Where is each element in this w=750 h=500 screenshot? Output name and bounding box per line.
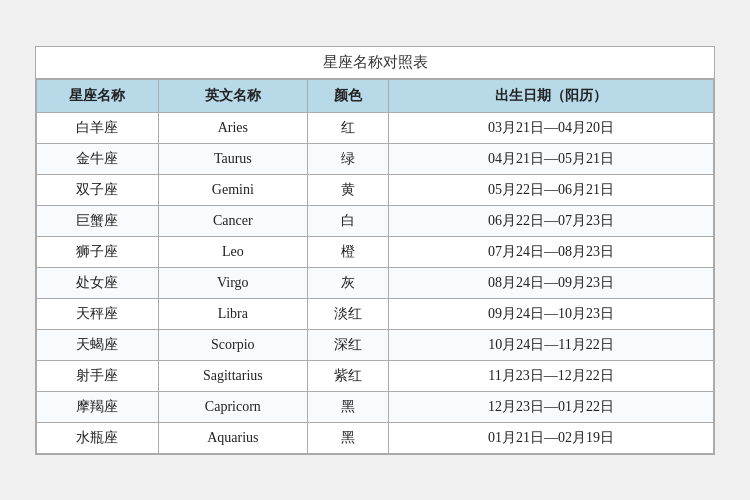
header-date: 出生日期（阳历） xyxy=(389,79,714,112)
cell-chinese-name: 天蝎座 xyxy=(37,329,159,360)
cell-chinese-name: 天秤座 xyxy=(37,298,159,329)
table-header-row: 星座名称 英文名称 颜色 出生日期（阳历） xyxy=(37,79,714,112)
cell-english-name: Leo xyxy=(158,236,307,267)
cell-color: 黑 xyxy=(307,391,388,422)
cell-color: 紫红 xyxy=(307,360,388,391)
cell-date: 10月24日—11月22日 xyxy=(389,329,714,360)
cell-date: 04月21日—05月21日 xyxy=(389,143,714,174)
cell-english-name: Aquarius xyxy=(158,422,307,453)
cell-english-name: Cancer xyxy=(158,205,307,236)
cell-english-name: Sagittarius xyxy=(158,360,307,391)
cell-date: 11月23日—12月22日 xyxy=(389,360,714,391)
cell-color: 黄 xyxy=(307,174,388,205)
table-row: 巨蟹座Cancer白06月22日—07月23日 xyxy=(37,205,714,236)
cell-english-name: Virgo xyxy=(158,267,307,298)
table-row: 处女座Virgo灰08月24日—09月23日 xyxy=(37,267,714,298)
table-row: 天秤座Libra淡红09月24日—10月23日 xyxy=(37,298,714,329)
cell-chinese-name: 巨蟹座 xyxy=(37,205,159,236)
cell-color: 绿 xyxy=(307,143,388,174)
zodiac-table: 星座名称 英文名称 颜色 出生日期（阳历） 白羊座Aries红03月21日—04… xyxy=(36,79,714,454)
page-title: 星座名称对照表 xyxy=(36,47,714,79)
cell-english-name: Taurus xyxy=(158,143,307,174)
cell-chinese-name: 狮子座 xyxy=(37,236,159,267)
table-row: 狮子座Leo橙07月24日—08月23日 xyxy=(37,236,714,267)
cell-date: 12月23日—01月22日 xyxy=(389,391,714,422)
cell-date: 07月24日—08月23日 xyxy=(389,236,714,267)
table-row: 双子座Gemini黄05月22日—06月21日 xyxy=(37,174,714,205)
header-english-name: 英文名称 xyxy=(158,79,307,112)
cell-date: 05月22日—06月21日 xyxy=(389,174,714,205)
cell-chinese-name: 摩羯座 xyxy=(37,391,159,422)
table-row: 射手座Sagittarius紫红11月23日—12月22日 xyxy=(37,360,714,391)
cell-chinese-name: 射手座 xyxy=(37,360,159,391)
cell-date: 06月22日—07月23日 xyxy=(389,205,714,236)
cell-chinese-name: 双子座 xyxy=(37,174,159,205)
cell-date: 03月21日—04月20日 xyxy=(389,112,714,143)
header-color: 颜色 xyxy=(307,79,388,112)
header-chinese-name: 星座名称 xyxy=(37,79,159,112)
cell-english-name: Capricorn xyxy=(158,391,307,422)
cell-english-name: Libra xyxy=(158,298,307,329)
cell-english-name: Scorpio xyxy=(158,329,307,360)
cell-color: 深红 xyxy=(307,329,388,360)
table-row: 金牛座Taurus绿04月21日—05月21日 xyxy=(37,143,714,174)
cell-color: 白 xyxy=(307,205,388,236)
table-row: 天蝎座Scorpio深红10月24日—11月22日 xyxy=(37,329,714,360)
cell-date: 01月21日—02月19日 xyxy=(389,422,714,453)
cell-color: 黑 xyxy=(307,422,388,453)
cell-date: 08月24日—09月23日 xyxy=(389,267,714,298)
table-row: 水瓶座Aquarius黑01月21日—02月19日 xyxy=(37,422,714,453)
cell-chinese-name: 金牛座 xyxy=(37,143,159,174)
cell-color: 红 xyxy=(307,112,388,143)
cell-english-name: Gemini xyxy=(158,174,307,205)
table-row: 白羊座Aries红03月21日—04月20日 xyxy=(37,112,714,143)
cell-color: 灰 xyxy=(307,267,388,298)
table-row: 摩羯座Capricorn黑12月23日—01月22日 xyxy=(37,391,714,422)
cell-english-name: Aries xyxy=(158,112,307,143)
cell-chinese-name: 白羊座 xyxy=(37,112,159,143)
cell-color: 淡红 xyxy=(307,298,388,329)
main-container: 星座名称对照表 星座名称 英文名称 颜色 出生日期（阳历） 白羊座Aries红0… xyxy=(35,46,715,455)
cell-chinese-name: 处女座 xyxy=(37,267,159,298)
cell-chinese-name: 水瓶座 xyxy=(37,422,159,453)
cell-color: 橙 xyxy=(307,236,388,267)
cell-date: 09月24日—10月23日 xyxy=(389,298,714,329)
